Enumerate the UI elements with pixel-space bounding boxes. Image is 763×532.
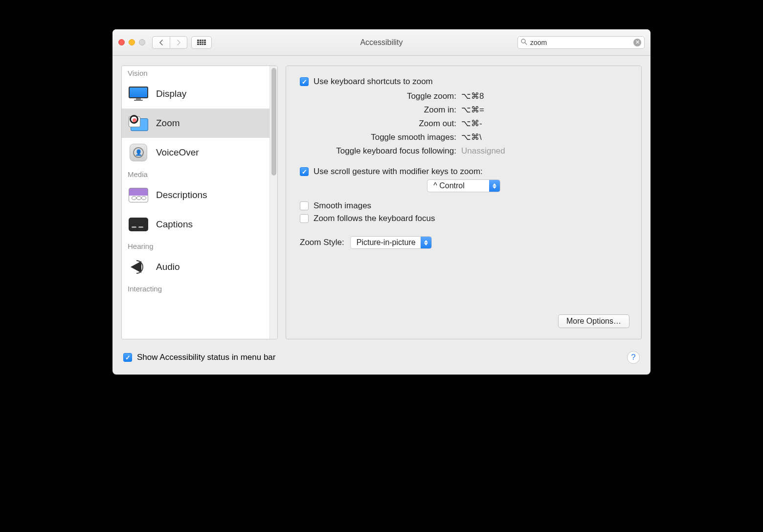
clear-search-button[interactable]: ✕: [633, 39, 641, 46]
help-button[interactable]: ?: [627, 351, 640, 364]
toggle-zoom-label: Toggle zoom:: [300, 89, 461, 103]
section-media: Media: [122, 167, 269, 180]
sidebar-item-display[interactable]: Display: [122, 79, 269, 109]
audio-icon: [128, 257, 149, 277]
main-panel: Use keyboard shortcuts to zoom Toggle zo…: [286, 66, 642, 339]
body: Vision Display Zoom 👤: [112, 56, 651, 345]
use-scroll-gesture-checkbox[interactable]: [300, 167, 309, 176]
zoom-out-shortcut: ⌥⌘-: [461, 117, 482, 131]
sidebar-item-zoom[interactable]: Zoom: [122, 109, 269, 138]
sidebar-item-label: Display: [156, 89, 186, 99]
accessibility-window: Accessibility ✕ Vision Display: [112, 29, 651, 375]
use-scroll-gesture-label: Use scroll gesture with modifier keys to…: [314, 167, 483, 177]
toggle-zoom-shortcut: ⌥⌘8: [461, 89, 484, 103]
toggle-focus-label: Toggle keyboard focus following:: [300, 144, 461, 158]
toggle-smooth-shortcut: ⌥⌘\: [461, 131, 482, 144]
zoom-style-value: Picture-in-picture: [351, 238, 421, 247]
sidebar-scrollbar[interactable]: [269, 66, 277, 339]
show-status-label: Show Accessibility status in menu bar: [137, 353, 275, 362]
modifier-key-dropdown[interactable]: ^ Control: [427, 179, 500, 192]
traffic-lights: [118, 39, 145, 45]
close-button[interactable]: [118, 39, 125, 45]
search-icon: [521, 39, 527, 46]
titlebar: Accessibility ✕: [112, 29, 651, 56]
sidebar-item-audio[interactable]: Audio: [122, 252, 269, 282]
help-icon: ?: [631, 353, 635, 362]
toggle-smooth-label: Toggle smooth images:: [300, 131, 461, 144]
use-keyboard-shortcuts-checkbox[interactable]: [300, 77, 309, 86]
dropdown-arrow-icon: [489, 179, 500, 192]
section-hearing: Hearing: [122, 239, 269, 252]
sidebar: Vision Display Zoom 👤: [121, 66, 278, 339]
search-input[interactable]: [530, 39, 633, 46]
toggle-focus-shortcut: Unassigned: [461, 144, 505, 158]
maximize-button: [139, 39, 145, 45]
smooth-images-checkbox[interactable]: [300, 201, 309, 210]
smooth-images-label: Smooth images: [314, 201, 371, 211]
use-keyboard-shortcuts-label: Use keyboard shortcuts to zoom: [314, 77, 433, 87]
show-all-button[interactable]: [191, 36, 212, 49]
grid-icon: [197, 40, 206, 45]
scrollbar-thumb[interactable]: [271, 68, 276, 176]
zoom-follows-focus-label: Zoom follows the keyboard focus: [314, 214, 435, 223]
zoom-follows-focus-checkbox[interactable]: [300, 214, 309, 223]
zoom-out-label: Zoom out:: [300, 117, 461, 131]
zoom-style-dropdown[interactable]: Picture-in-picture: [350, 236, 432, 249]
sidebar-item-voiceover[interactable]: 👤 VoiceOver: [122, 138, 269, 167]
sidebar-list: Vision Display Zoom 👤: [122, 66, 269, 339]
chevron-right-icon: [177, 40, 181, 45]
modifier-key-value: ^ Control: [427, 181, 489, 190]
voiceover-icon: 👤: [128, 143, 149, 162]
zoom-in-label: Zoom in:: [300, 103, 461, 117]
sidebar-item-label: Audio: [156, 262, 180, 272]
nav-buttons: [152, 36, 187, 49]
show-status-checkbox[interactable]: [123, 353, 132, 362]
svg-line-1: [525, 43, 527, 44]
search-field-wrap[interactable]: ✕: [517, 36, 645, 49]
zoom-style-label: Zoom Style:: [300, 238, 344, 247]
display-icon: [128, 84, 149, 104]
zoom-in-shortcut: ⌥⌘=: [461, 103, 484, 117]
sidebar-item-label: VoiceOver: [156, 147, 199, 158]
sidebar-item-descriptions[interactable]: Descriptions: [122, 180, 269, 210]
section-vision: Vision: [122, 66, 269, 79]
more-options-button[interactable]: More Options…: [558, 314, 629, 328]
minimize-button[interactable]: [129, 39, 135, 45]
sidebar-item-label: Captions: [156, 219, 193, 230]
section-interacting: Interacting: [122, 282, 269, 295]
descriptions-icon: [128, 185, 149, 205]
sidebar-item-label: Descriptions: [156, 190, 207, 200]
zoom-icon: [128, 113, 149, 133]
forward-button: [170, 36, 187, 49]
captions-icon: [128, 215, 149, 234]
back-button[interactable]: [152, 36, 170, 49]
dropdown-arrow-icon: [421, 236, 431, 249]
sidebar-item-label: Zoom: [156, 118, 180, 129]
chevron-left-icon: [159, 40, 163, 45]
footer: Show Accessibility status in menu bar ?: [112, 345, 651, 375]
sidebar-item-captions[interactable]: Captions: [122, 210, 269, 239]
shortcuts-list: Toggle zoom: ⌥⌘8 Zoom in: ⌥⌘= Zoom out: …: [300, 89, 628, 158]
